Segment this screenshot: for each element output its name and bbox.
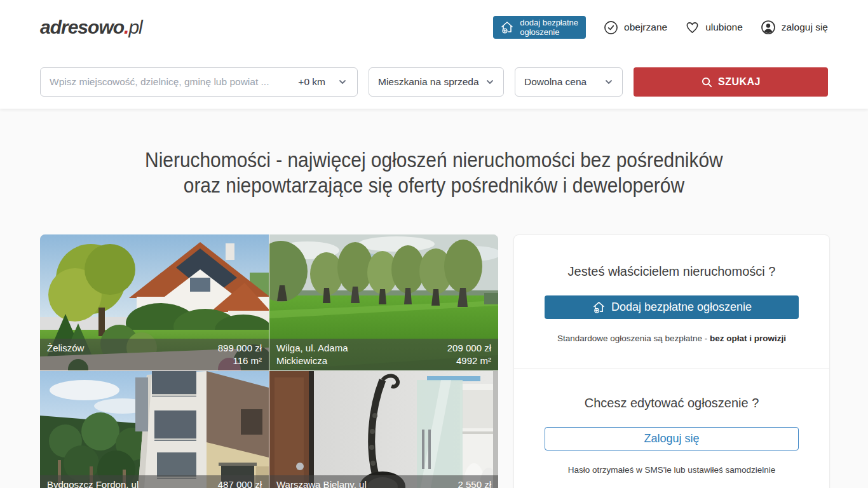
add-listing-label: dodaj bezpłatne ogłoszenie bbox=[520, 18, 578, 37]
listing-area: 4992 m² bbox=[447, 355, 491, 367]
listing-name: Żeliszów bbox=[47, 342, 84, 355]
main-content: Nieruchomości - najwięcej ogłoszeń nieru… bbox=[0, 147, 868, 488]
owner-note-bold: bez opłat i prowizji bbox=[710, 334, 786, 343]
chevron-down-icon bbox=[338, 78, 347, 86]
sidebar-login-button[interactable]: Zaloguj się bbox=[545, 427, 799, 451]
listing-photo bbox=[40, 371, 269, 488]
search-button[interactable]: SZUKAJ bbox=[634, 67, 828, 97]
price-select[interactable]: Dowolna cena bbox=[515, 67, 623, 97]
sidebar-panel: Jesteś właścicielem nieruchomości ? Doda… bbox=[513, 234, 830, 488]
house-plus-icon bbox=[499, 20, 515, 35]
nav-item-label: obejrzane bbox=[624, 22, 667, 33]
owner-section-note: Standardowe ogłoszenia są bezpłatne - be… bbox=[545, 334, 799, 343]
category-select[interactable]: Mieszkania na sprzeda bbox=[369, 67, 504, 97]
sidebar-add-listing-button[interactable]: Dodaj bezpłatne ogłoszenie bbox=[545, 295, 799, 319]
listing-overlay: Bydgoszcz Fordon, ul 487 000 zł bbox=[40, 475, 269, 488]
listing-card[interactable]: Wilga, ul. Adama Mickiewicza 209 000 zł … bbox=[269, 234, 498, 370]
listing-price: 2 550 zł bbox=[458, 478, 491, 488]
logo-text-main: adresowo bbox=[40, 17, 124, 37]
search-button-label: SZUKAJ bbox=[718, 76, 761, 88]
price-value: Dowolna cena bbox=[524, 76, 587, 88]
listing-name-line2: Mickiewicza bbox=[276, 355, 348, 367]
user-circle-icon bbox=[761, 20, 776, 35]
page-title-line2: oraz niepowtarzające się oferty pośredni… bbox=[184, 172, 684, 198]
owner-section-title: Jesteś właścicielem nieruchomości ? bbox=[545, 264, 799, 279]
sidebar-add-listing-label: Dodaj bezpłatne ogłoszenie bbox=[611, 301, 752, 314]
edit-section-note: Hasło otrzymałeś w SMS'ie lub ustawiłeś … bbox=[545, 465, 799, 475]
listing-photo bbox=[269, 371, 498, 488]
listing-overlay: Warszawa Bielany, ul 2 550 zł bbox=[269, 475, 498, 488]
listings-grid: Żeliszów 899 000 zł 116 m² bbox=[40, 234, 498, 488]
listing-card[interactable]: Żeliszów 899 000 zł 116 m² bbox=[40, 234, 269, 370]
header: adresowo.pl dodaj bezpłatne ogłoszenie bbox=[0, 0, 868, 109]
heart-icon bbox=[685, 20, 700, 35]
page-title-line1: Nieruchomości - najwięcej ogłoszeń nieru… bbox=[145, 147, 723, 172]
nav-item-viewed[interactable]: obejrzane bbox=[604, 20, 667, 35]
nav-item-label: ulubione bbox=[705, 22, 743, 33]
listing-area: 116 m² bbox=[218, 355, 262, 367]
listing-price: 899 000 zł bbox=[218, 342, 262, 355]
logo-text-tld: pl bbox=[128, 17, 142, 37]
listing-price: 209 000 zł bbox=[447, 342, 491, 355]
listing-overlay: Żeliszów 899 000 zł 116 m² bbox=[40, 339, 269, 370]
nav-item-login[interactable]: zaloguj się bbox=[761, 20, 828, 35]
nav-item-favorites[interactable]: ulubione bbox=[685, 20, 743, 35]
location-search-box: +0 km bbox=[40, 67, 358, 97]
listing-name: Wilga, ul. Adama bbox=[276, 342, 348, 355]
logo[interactable]: adresowo.pl bbox=[40, 17, 142, 38]
listing-name: Warszawa Bielany, ul bbox=[276, 478, 367, 488]
header-actions: dodaj bezpłatne ogłoszenie obejrzane bbox=[493, 16, 828, 39]
search-bar: +0 km Mieszkania na sprzeda Dowolna cena bbox=[40, 67, 828, 109]
radius-value: +0 km bbox=[298, 76, 325, 88]
chevron-down-icon bbox=[485, 78, 494, 86]
listing-overlay: Wilga, ul. Adama Mickiewicza 209 000 zł … bbox=[269, 339, 498, 370]
magnifier-icon bbox=[701, 76, 713, 88]
check-circle-icon bbox=[604, 20, 618, 35]
listing-price: 487 000 zł bbox=[218, 478, 262, 488]
house-plus-icon bbox=[592, 300, 606, 315]
header-top: adresowo.pl dodaj bezpłatne ogłoszenie bbox=[40, 0, 828, 55]
listing-card[interactable]: Warszawa Bielany, ul 2 550 zł bbox=[269, 371, 498, 488]
add-listing-button[interactable]: dodaj bezpłatne ogłoszenie bbox=[493, 16, 586, 39]
listing-name-line2 bbox=[47, 355, 84, 367]
listing-name: Bydgoszcz Fordon, ul bbox=[47, 478, 139, 488]
location-search-input[interactable] bbox=[41, 68, 295, 96]
sidebar-login-label: Zaloguj się bbox=[644, 432, 699, 445]
content-row: Żeliszów 899 000 zł 116 m² bbox=[40, 234, 828, 488]
listing-card[interactable]: Bydgoszcz Fordon, ul 487 000 zł bbox=[40, 371, 269, 488]
owner-section: Jesteś właścicielem nieruchomości ? Doda… bbox=[514, 235, 829, 369]
owner-note-text: Standardowe ogłoszenia są bezpłatne - bbox=[557, 334, 710, 343]
chevron-down-icon bbox=[604, 78, 613, 86]
nav-item-label: zaloguj się bbox=[782, 22, 828, 33]
edit-section: Chcesz edytować ogłoszenie ? Zaloguj się… bbox=[514, 369, 829, 488]
edit-section-title: Chcesz edytować ogłoszenie ? bbox=[545, 396, 799, 410]
page-title: Nieruchomości - najwięcej ogłoszeń nieru… bbox=[40, 147, 828, 198]
category-value: Mieszkania na sprzeda bbox=[378, 76, 479, 88]
radius-select[interactable]: +0 km bbox=[295, 68, 357, 96]
